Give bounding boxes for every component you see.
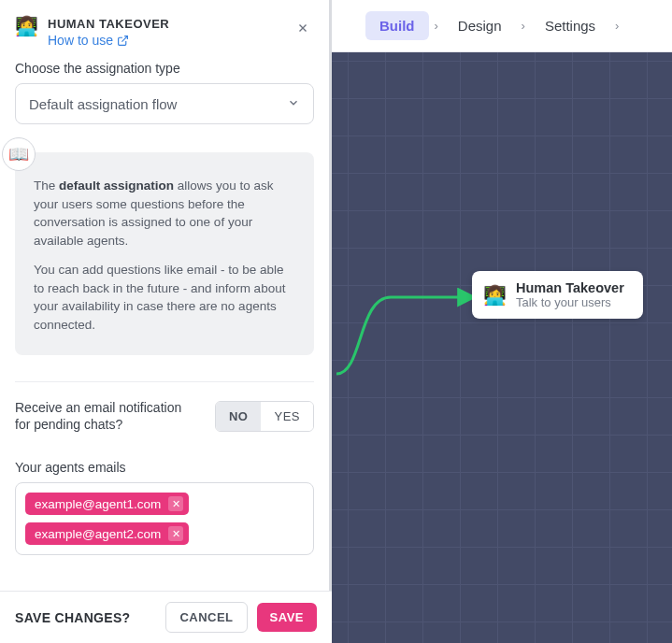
node-subtitle: Talk to your users <box>516 295 624 309</box>
chevron-right-icon: › <box>609 19 624 33</box>
node-title: Human Takeover <box>516 280 624 295</box>
agent-email-chip: example@agent1.com✕ <box>25 493 189 515</box>
top-tabs: Build›Design›Settings› <box>332 0 672 52</box>
assignation-type-value: Default assignation flow <box>29 96 177 112</box>
footer-title: SAVE CHANGES? <box>15 610 130 625</box>
chevron-down-icon <box>287 96 300 112</box>
agents-emails-input[interactable]: example@agent1.com✕example@agent2.com✕ <box>15 482 314 555</box>
person-laptop-icon: 👩‍💻 <box>15 17 38 36</box>
cancel-button[interactable]: CANCEL <box>165 602 247 633</box>
book-icon: 📖 <box>2 137 36 171</box>
tab-design[interactable]: Design <box>444 11 516 40</box>
notify-no-button[interactable]: NO <box>216 402 262 431</box>
assignation-type-label: Choose the assignation type <box>15 61 314 76</box>
close-icon <box>296 21 309 35</box>
node-human-takeover[interactable]: 👩‍💻 Human Takeover Talk to your users <box>472 271 643 319</box>
footer-bar: SAVE CHANGES? CANCEL SAVE <box>0 591 332 643</box>
save-button[interactable]: SAVE <box>257 603 317 632</box>
external-link-icon <box>117 35 129 47</box>
how-to-use-label: How to use <box>48 33 113 48</box>
agent-email-text: example@agent1.com <box>35 497 161 511</box>
assignation-type-select[interactable]: Default assignation flow <box>15 83 314 124</box>
notify-label: Receive an email notification for pendin… <box>15 399 188 435</box>
close-panel-button[interactable] <box>292 17 314 39</box>
notify-toggle: NO YES <box>215 401 314 432</box>
side-panel: 👩‍💻 HUMAN TAKEOVER How to use Choose the… <box>0 0 332 591</box>
connector-arrow <box>335 280 484 383</box>
agents-emails-label: Your agents emails <box>0 434 329 482</box>
chevron-right-icon: › <box>516 19 531 33</box>
remove-chip-button[interactable]: ✕ <box>168 496 183 511</box>
info-card: 📖 The default assignation allows you to … <box>15 152 314 355</box>
agent-email-text: example@agent2.com <box>35 527 161 541</box>
remove-chip-button[interactable]: ✕ <box>168 526 183 541</box>
tab-build[interactable]: Build <box>365 11 429 40</box>
notify-yes-button[interactable]: YES <box>261 402 313 431</box>
tab-settings[interactable]: Settings <box>531 11 609 40</box>
panel-title: HUMAN TAKEOVER <box>48 17 169 31</box>
agent-email-chip: example@agent2.com✕ <box>25 522 189 545</box>
how-to-use-link[interactable]: How to use <box>48 33 129 48</box>
chevron-right-icon: › <box>429 19 444 33</box>
person-laptop-icon: 👩‍💻 <box>483 284 507 307</box>
